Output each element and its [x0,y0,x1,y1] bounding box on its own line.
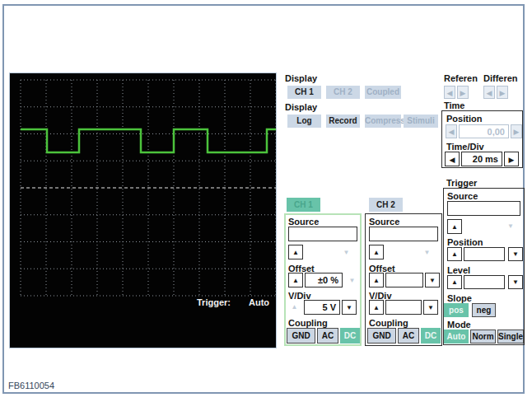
trigger-slope-neg-button[interactable]: neg [472,303,496,317]
time-position-value: 0,00 [459,124,509,138]
trigger-position-up-button[interactable]: ▲ [447,247,462,261]
up-arrow-icon: ▲ [373,249,380,256]
ch2-vdiv-up-button[interactable]: ▲ [369,300,384,315]
ch2-offset-up-button[interactable]: ▲ [369,273,384,287]
figure-code: FB6110054 [8,381,54,390]
left-arrow-icon: ◀ [447,89,453,97]
ch1-coupling-label: Coupling [288,318,328,328]
display-compress-button[interactable]: Compress [365,115,401,128]
up-arrow-icon: ▲ [451,250,458,258]
right-arrow-icon: ▶ [514,128,520,136]
display-record-button[interactable]: Record [326,115,360,128]
trigger-level-up-button[interactable]: ▲ [447,275,462,289]
ch1-coupling-gnd-button[interactable]: GND [287,328,315,344]
display-channels-label: Display [285,73,317,83]
trigger-level-down-button[interactable]: ▼ [508,275,523,289]
trigger-mode-label: Mode [447,320,471,330]
ch2-source-up-button[interactable]: ▲ [369,245,384,259]
trigger-source-down-button[interactable]: ▼ [504,221,517,232]
ch2-source-input[interactable] [369,227,438,241]
timediv-label: Time/Div [446,142,484,152]
left-arrow-icon: ◀ [450,156,455,164]
reference-next-button[interactable]: ▶ [457,86,469,99]
scope-display: Trigger: Auto [9,72,277,348]
down-arrow-icon: ▼ [507,222,514,230]
timediv-value: 20 ms [461,152,502,166]
trigger-mode-norm-button[interactable]: Norm [470,330,496,344]
trigger-mode-auto-button[interactable]: Auto [444,330,469,344]
display-log-button[interactable]: Log [287,115,321,128]
down-arrow-icon: ▼ [343,249,350,256]
trigger-slope-pos-button[interactable]: pos [444,303,469,317]
trigger-source-up-button[interactable]: ▲ [447,219,462,234]
ch1-source-down-button[interactable]: ▼ [340,247,352,258]
scope-trigger-label: Trigger: [197,297,231,307]
timediv-increment-button[interactable]: ▶ [504,152,519,166]
up-arrow-icon: ▲ [373,277,380,284]
ch1-coupling-ac-button[interactable]: AC [317,328,338,344]
ch1-source-input[interactable] [288,227,357,241]
down-arrow-icon: ▼ [427,304,434,311]
differentiate-label: Differen [483,73,518,83]
ch2-coupling-ac-button[interactable]: AC [398,328,419,344]
ch1-tab-button[interactable]: CH 1 [287,198,320,212]
up-arrow-icon: ▲ [451,278,458,286]
scope-trigger-mode: Auto [249,297,269,307]
timediv-decrement-button[interactable]: ◀ [445,152,460,166]
down-arrow-icon: ▼ [346,304,352,311]
trigger-source-input[interactable] [447,201,520,216]
ch1-source-label: Source [288,217,319,227]
ch2-vdiv-down-button[interactable]: ▼ [423,300,438,315]
right-arrow-icon: ▶ [509,156,515,164]
ch2-vdiv-value [385,300,422,315]
ch2-offset-value [385,273,423,287]
differentiate-next-button[interactable]: ▶ [497,86,508,99]
time-position-increment-button[interactable]: ▶ [511,124,522,138]
ch2-source-label: Source [369,217,399,227]
ch2-coupling-gnd-button[interactable]: GND [367,328,396,344]
ch1-coupling-dc-button[interactable]: DC [340,328,360,344]
ch1-offset-down-button[interactable]: ▼ [346,275,358,286]
display-modes-label: Display [285,102,317,112]
right-arrow-icon: ▶ [500,89,506,97]
display-ch1-button[interactable]: CH 1 [287,86,321,99]
trigger-section-label: Trigger [446,178,477,188]
ch1-vdiv-up-button[interactable]: ▲ [288,302,301,312]
right-arrow-icon: ▶ [460,89,466,97]
left-arrow-icon: ◀ [449,128,455,136]
trigger-level-label: Level [447,265,470,275]
reference-prev-button[interactable]: ◀ [444,86,455,99]
trigger-position-label: Position [447,237,483,247]
trigger-source-label: Source [447,191,478,201]
display-coupled-button[interactable]: Coupled [365,86,401,99]
display-ch2-button[interactable]: CH 2 [326,86,360,99]
left-arrow-icon: ◀ [487,89,492,97]
up-arrow-icon: ▲ [373,304,380,311]
down-arrow-icon: ▼ [349,277,356,284]
trigger-position-down-button[interactable]: ▼ [508,247,523,261]
down-arrow-icon: ▼ [424,249,431,256]
ch2-tab-button[interactable]: CH 2 [369,198,403,212]
time-position-decrement-button[interactable]: ◀ [446,124,457,138]
time-position-label: Position [446,114,482,124]
ch1-offset-up-button[interactable]: ▲ [288,273,303,287]
scope-graticule [10,73,276,348]
ch2-offset-down-button[interactable]: ▼ [425,273,440,287]
trigger-mode-single-button[interactable]: Single [497,330,524,344]
trigger-position-value [464,247,505,261]
down-arrow-icon: ▼ [429,277,436,284]
up-arrow-icon: ▲ [292,249,299,256]
ch1-source-up-button[interactable]: ▲ [288,245,303,259]
trigger-level-value [464,275,505,289]
trigger-slope-label: Slope [447,293,472,303]
ch1-offset-value: ±0 % [305,273,343,287]
time-section-label: Time [444,100,464,110]
ch2-coupling-dc-button[interactable]: DC [421,328,441,344]
ch2-source-down-button[interactable]: ▼ [421,247,433,258]
down-arrow-icon: ▼ [512,250,519,258]
ch1-vdiv-value: 5 V [304,300,340,315]
differentiate-prev-button[interactable]: ◀ [483,86,495,99]
ch1-vdiv-down-button[interactable]: ▼ [342,300,357,315]
up-arrow-icon: ▲ [451,223,458,231]
display-stimuli-button[interactable]: Stimuli [404,115,438,128]
